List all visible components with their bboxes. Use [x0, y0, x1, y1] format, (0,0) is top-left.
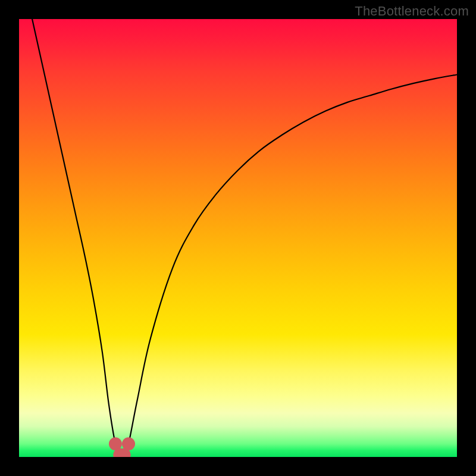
- watermark-text: TheBottleneck.com: [355, 4, 469, 19]
- chart-plot-area: [19, 19, 457, 457]
- curve-marker: [122, 437, 135, 450]
- bottleneck-curve-line: [32, 19, 457, 456]
- chart-frame: TheBottleneck.com: [0, 0, 476, 476]
- curve-markers: [109, 437, 135, 457]
- chart-svg: [19, 19, 457, 457]
